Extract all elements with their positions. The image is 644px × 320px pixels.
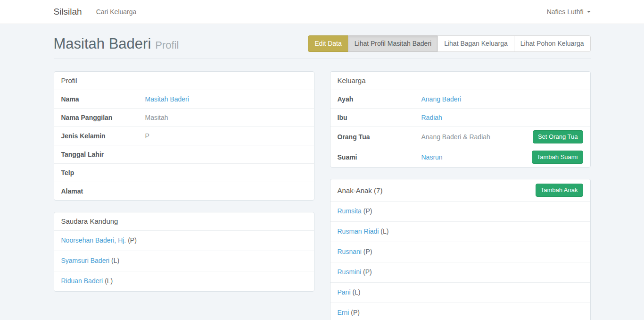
table-row: Tanggal Lahir [54, 145, 314, 163]
list-item: Rumsita (P) [330, 201, 590, 221]
panel-title: Profil [61, 76, 77, 84]
field-label: Telp [61, 169, 145, 177]
person-link[interactable]: Pani [338, 288, 351, 296]
gender-label: (P) [351, 309, 360, 316]
user-menu[interactable]: Nafies Luthfi [547, 8, 591, 16]
list-item: Rusman Riadi (L) [330, 221, 590, 242]
view-button[interactable]: Lihat Bagan Keluarga [438, 35, 514, 52]
gender-label: (P) [363, 248, 372, 255]
list-item: Rusnani (P) [330, 242, 590, 262]
person-link[interactable]: Nasrun [421, 153, 443, 161]
field-label: Ayah [338, 95, 421, 103]
view-button[interactable]: Lihat Pohon Keluarga [514, 35, 591, 52]
person-link[interactable]: Erni [338, 309, 349, 316]
anak-anak-panel: Anak-Anak (7) Tambah Anak Rumsita (P) Ru… [330, 179, 591, 320]
field-label: Orang Tua [338, 133, 421, 141]
table-row: Nama Panggilan Masitah [54, 108, 314, 126]
list-item: Syamsuri Baderi (L) [54, 251, 314, 271]
person-link[interactable]: Anang Baderi [421, 95, 462, 103]
gender-label: (L) [380, 227, 388, 235]
table-row: Ayah Anang Baderi [330, 90, 590, 108]
person-name-title: Masitah Baderi [54, 35, 151, 52]
top-navbar: Silsilah Cari Keluarga Nafies Luthfi [0, 0, 644, 24]
list-item: Riduan Baderi (L) [54, 271, 314, 291]
table-row: Nama Masitah Baderi [54, 90, 314, 108]
table-row: Alamat [54, 182, 314, 200]
gender-label: (L) [111, 257, 119, 264]
table-row: Suami Nasrun Tambah Suami [330, 147, 590, 167]
table-row: Ibu Radiah [330, 108, 590, 126]
person-link[interactable]: Noorsehan Baderi, Hj. [61, 236, 126, 244]
person-link[interactable]: Radiah [421, 114, 442, 121]
field-value: Masitah [145, 114, 168, 121]
keluarga-panel: Keluarga Ayah Anang Baderi [330, 71, 591, 168]
list-item: Erni (P) [330, 303, 590, 320]
profil-panel: Profil Nama Masitah Baderi Nama Panggila… [54, 71, 314, 201]
gender-label: (P) [128, 236, 137, 244]
view-button[interactable]: Lihat Profil Masitah Baderi [348, 35, 438, 52]
gender-label: (L) [105, 277, 113, 285]
field-value: P [145, 132, 149, 140]
field-label: Tanggal Lahir [61, 151, 145, 158]
saudara-kandung-panel: Saudara Kandung Noorsehan Baderi, Hj. (P… [54, 212, 314, 292]
table-row: Jenis Kelamin P [54, 126, 314, 145]
person-link[interactable]: Rumsita [338, 207, 362, 215]
field-label: Nama [61, 95, 145, 103]
field-label: Ibu [338, 114, 421, 121]
view-button-group: Edit Data Lihat Profil Masitah Baderi Li… [308, 35, 590, 52]
field-label: Alamat [61, 187, 145, 195]
table-row: Orang Tua Anang Baderi & Radiah Set Oran… [330, 126, 590, 147]
chevron-down-icon [587, 11, 591, 13]
gender-label: (L) [352, 288, 360, 296]
table-row: Telp [54, 163, 314, 182]
tambah-anak-button[interactable]: Tambah Anak [536, 184, 583, 197]
person-link[interactable]: Masitah Baderi [145, 95, 189, 103]
person-link[interactable]: Rusnani [338, 248, 362, 255]
brand-link[interactable]: Silsilah [54, 7, 82, 17]
field-label: Nama Panggilan [61, 114, 145, 121]
person-link[interactable]: Riduan Baderi [61, 277, 103, 285]
field-label: Suami [338, 153, 421, 161]
field-value: Anang Baderi & Radiah [421, 133, 490, 141]
view-button[interactable]: Edit Data [308, 35, 348, 52]
panel-title: Anak-Anak (7) [338, 186, 383, 194]
user-name: Nafies Luthfi [547, 8, 584, 16]
gender-label: (P) [363, 207, 372, 215]
action-button[interactable]: Tambah Suami [532, 151, 583, 164]
person-link[interactable]: Syamsuri Baderi [61, 257, 110, 264]
person-link[interactable]: Rusmini [338, 268, 362, 276]
page-header: Masitah BaderiProfil Edit Data Lihat Pro… [54, 24, 591, 59]
list-item: Noorsehan Baderi, Hj. (P) [54, 230, 314, 251]
action-button[interactable]: Set Orang Tua [533, 130, 583, 143]
page-subtitle: Profil [155, 39, 179, 51]
gender-label: (P) [363, 268, 372, 276]
panel-title: Saudara Kandung [61, 217, 118, 225]
nav-item-cari-keluarga[interactable]: Cari Keluarga [96, 8, 137, 16]
field-label: Jenis Kelamin [61, 132, 145, 140]
panel-title: Keluarga [338, 76, 366, 84]
list-item: Rusmini (P) [330, 262, 590, 282]
person-link[interactable]: Rusman Riadi [338, 227, 379, 235]
list-item: Pani (L) [330, 282, 590, 303]
page-title: Masitah BaderiProfil [54, 36, 179, 51]
